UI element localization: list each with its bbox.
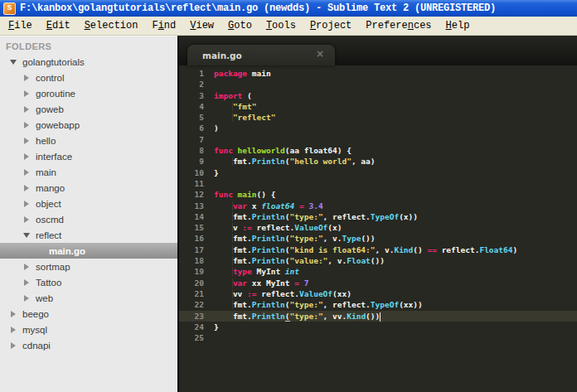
code-line-19[interactable]: 19 type MyInt int <box>179 266 577 277</box>
folder-item-reflect[interactable]: reflect <box>0 227 177 243</box>
token: package <box>214 69 247 78</box>
chevron-collapsed-icon[interactable] <box>22 201 32 207</box>
code-line-20[interactable]: 20 var xx MyInt = 7 <box>179 278 577 288</box>
menu-item-tools[interactable]: Tools <box>260 18 302 33</box>
tree-item-label: reflect <box>36 230 61 240</box>
chevron-collapsed-icon[interactable] <box>22 169 32 176</box>
menu-item-selection[interactable]: Selection <box>79 18 144 33</box>
folder-item-oscmd[interactable]: oscmd <box>0 211 177 227</box>
code-line-23[interactable]: 23 fmt.Println("type:", vv.Kind()) <box>179 311 577 322</box>
code-line-3[interactable]: 3import ( <box>179 90 577 101</box>
menu-item-view[interactable]: View <box>184 18 220 33</box>
menu-item-find[interactable]: Find <box>146 18 182 33</box>
code-text: import ( <box>214 90 252 101</box>
menu-item-file[interactable]: File <box>2 18 38 33</box>
menu-item-help[interactable]: Help <box>440 18 476 33</box>
code-line-7[interactable]: 7 <box>179 134 577 145</box>
close-icon[interactable]: × <box>316 49 324 59</box>
code-text: fmt.Println("type:", v.Type()) <box>214 233 376 244</box>
token: , v. <box>327 256 347 265</box>
chevron-collapsed-icon[interactable] <box>8 327 18 333</box>
code-line-14[interactable]: 14 fmt.Println("type:", reflect.TypeOf(x… <box>179 211 577 222</box>
folder-item-mango[interactable]: mango <box>0 180 177 196</box>
folder-item-goroutine[interactable]: goroutine <box>0 85 177 101</box>
folder-item-interface[interactable]: interface <box>0 148 177 164</box>
code-line-12[interactable]: 12func main() { <box>179 189 577 200</box>
menu-item-edit[interactable]: Edit <box>41 18 76 33</box>
sublime-text-icon: S <box>3 2 16 15</box>
folder-item-tattoo[interactable]: Tattoo <box>0 274 177 290</box>
token <box>214 267 233 276</box>
file-item-main-go[interactable]: main.go <box>0 243 177 259</box>
token: fmt. <box>233 157 252 166</box>
chevron-collapsed-icon[interactable] <box>22 295 32 302</box>
chevron-collapsed-icon[interactable] <box>22 138 32 144</box>
token: 7 <box>304 278 309 288</box>
chevron-expanded-icon[interactable] <box>22 233 32 238</box>
chevron-collapsed-icon[interactable] <box>22 106 32 113</box>
token <box>214 234 233 243</box>
code-line-25[interactable]: 25 <box>179 332 577 343</box>
code-line-15[interactable]: 15 v := reflect.ValueOf(x) <box>179 222 577 233</box>
code-text: vv := reflect.ValueOf(xx) <box>214 288 352 299</box>
code-area[interactable]: 1package main23import (4 "fmt"5 "reflect… <box>179 65 577 392</box>
tab-main-go[interactable]: main.go × <box>187 45 335 65</box>
folder-item-web[interactable]: web <box>0 290 177 306</box>
code-line-6[interactable]: 6) <box>179 123 577 133</box>
code-line-11[interactable]: 11 <box>179 178 577 189</box>
code-line-13[interactable]: 13 var x float64 = 3.4 <box>179 201 577 211</box>
token: helloworld <box>238 146 285 155</box>
code-line-10[interactable]: 10} <box>179 167 577 178</box>
code-line-4[interactable]: 4 "fmt" <box>179 101 577 112</box>
tree-item-label: beego <box>22 309 49 319</box>
code-text: func main() { <box>214 189 275 200</box>
chevron-collapsed-icon[interactable] <box>22 90 32 97</box>
code-line-16[interactable]: 16 fmt.Println("type:", v.Type()) <box>179 233 577 244</box>
code-line-21[interactable]: 21 vv := reflect.ValueOf(xx) <box>179 288 577 299</box>
chevron-collapsed-icon[interactable] <box>22 216 32 223</box>
chevron-collapsed-icon[interactable] <box>22 279 32 286</box>
triangle-glyph <box>24 216 29 223</box>
folder-item-control[interactable]: control <box>0 70 177 85</box>
code-line-22[interactable]: 22 fmt.Println("type:", reflect.TypeOf(x… <box>179 299 577 310</box>
chevron-collapsed-icon[interactable] <box>22 75 32 81</box>
menu-item-project[interactable]: Project <box>304 18 357 33</box>
chevron-collapsed-icon[interactable] <box>22 122 32 128</box>
token: Kind <box>347 312 366 321</box>
token: (xx) <box>332 289 352 298</box>
token: () { <box>257 190 276 199</box>
folder-item-sortmap[interactable]: sortmap <box>0 259 177 274</box>
tree-item-label: cdnapi <box>22 341 51 351</box>
chevron-collapsed-icon[interactable] <box>22 264 32 270</box>
code-line-2[interactable]: 2 <box>179 79 577 90</box>
folder-item-beego[interactable]: beego <box>0 306 177 322</box>
menu-item-preferences[interactable]: Preferences <box>360 18 437 33</box>
chevron-collapsed-icon[interactable] <box>22 153 32 160</box>
code-line-24[interactable]: 24} <box>179 322 577 332</box>
menu-item-goto[interactable]: Goto <box>222 18 258 33</box>
chevron-collapsed-icon[interactable] <box>8 342 18 349</box>
folder-item-gowebapp[interactable]: gowebapp <box>0 117 177 133</box>
token: fmt. <box>233 256 252 265</box>
main-area: FOLDERS golangtutorialscontrolgoroutineg… <box>0 36 577 392</box>
folder-item-mysql[interactable]: mysql <box>0 322 177 337</box>
chevron-expanded-icon[interactable] <box>8 60 18 65</box>
chevron-collapsed-icon[interactable] <box>22 185 32 191</box>
code-line-5[interactable]: 5 "reflect" <box>179 112 577 123</box>
code-line-17[interactable]: 17 fmt.Println("kind is float64:", v.Kin… <box>179 244 577 255</box>
code-line-1[interactable]: 1package main <box>179 68 577 79</box>
folder-item-cdnapi[interactable]: cdnapi <box>0 337 177 353</box>
folder-item-goweb[interactable]: goweb <box>0 101 177 117</box>
folder-item-hello[interactable]: hello <box>0 133 177 148</box>
code-text: func helloworld(aa float64) { <box>214 145 352 156</box>
chevron-collapsed-icon[interactable] <box>8 311 18 317</box>
code-line-18[interactable]: 18 fmt.Println("value:", v.Float()) <box>179 255 577 266</box>
code-text: var xx MyInt = 7 <box>214 278 308 288</box>
folder-item-object[interactable]: object <box>0 196 177 211</box>
folder-item-main[interactable]: main <box>0 164 177 180</box>
code-line-9[interactable]: 9 fmt.Println("hello world", aa) <box>179 156 577 167</box>
code-line-8[interactable]: 8func helloworld(aa float64) { <box>179 145 577 156</box>
folder-item-golangtutorials[interactable]: golangtutorials <box>0 54 177 70</box>
line-number: 18 <box>179 255 204 266</box>
token: := <box>247 289 256 298</box>
